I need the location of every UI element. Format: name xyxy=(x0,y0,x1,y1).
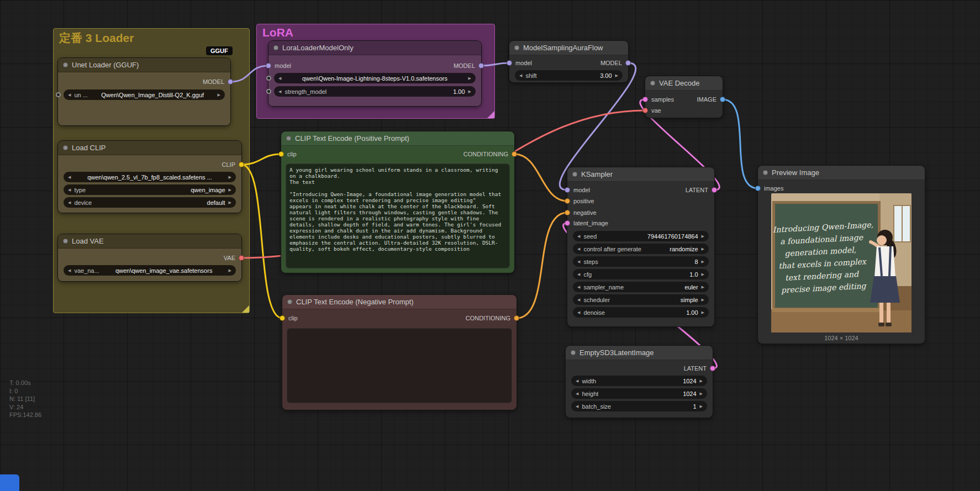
output-port-model[interactable]: MODEL xyxy=(454,62,484,70)
port-dot-clip[interactable] xyxy=(278,151,284,157)
widget-clip-name[interactable]: ◀ qwen\qwen_2.5_vl_7b_fp8_scaled.safeten… xyxy=(64,172,236,182)
widget-input-dot[interactable] xyxy=(266,89,271,94)
collapse-dot-icon[interactable] xyxy=(287,299,292,304)
widget-lora-name[interactable]: ◀ qwen\Qwen-Image-Lightning-8steps-V1.0.… xyxy=(274,73,476,83)
decrease-arrow-icon[interactable]: ◀ xyxy=(68,188,71,192)
widget-steps[interactable]: ◀ steps 8 ▶ xyxy=(573,256,709,267)
node-header[interactable]: EmptySD3LatentImage xyxy=(566,346,713,360)
port-dot-model[interactable] xyxy=(266,63,271,68)
decrease-arrow-icon[interactable]: ◀ xyxy=(577,247,580,251)
collapse-dot-icon[interactable] xyxy=(650,81,655,86)
widget-control-after-generate[interactable]: ◀ control after generate randomize ▶ xyxy=(573,244,709,254)
collapse-dot-icon[interactable] xyxy=(273,45,278,50)
port-dot-latent[interactable] xyxy=(565,220,570,226)
input-port-images[interactable]: images xyxy=(755,184,783,192)
decrease-arrow-icon[interactable]: ◀ xyxy=(519,73,522,78)
decrease-arrow-icon[interactable]: ◀ xyxy=(577,298,580,302)
output-port-clip[interactable]: CLIP xyxy=(222,161,244,168)
port-dot-conditioning[interactable] xyxy=(514,315,519,321)
decrease-arrow-icon[interactable]: ◀ xyxy=(576,404,578,409)
increase-arrow-icon[interactable]: ▶ xyxy=(700,379,703,383)
prompt-textarea[interactable]: A young girl wearing school uniform stan… xyxy=(286,163,510,268)
decrease-arrow-icon[interactable]: ◀ xyxy=(577,310,580,315)
group-resize-handle[interactable] xyxy=(487,111,494,118)
decrease-arrow-icon[interactable]: ◀ xyxy=(577,234,580,239)
node-load-clip[interactable]: Load CLIP CLIP ◀ qwen\qwen_2.5_vl_7b_fp8… xyxy=(58,141,241,213)
node-load-vae[interactable]: Load VAE VAE ◀ vae_na... qwen\qwen_image… xyxy=(58,234,241,281)
node-unet-loader[interactable]: Unet Loader (GGUF) MODEL ◀ un ... Qwen\Q… xyxy=(58,58,230,125)
output-port-conditioning[interactable]: CONDITIONING xyxy=(463,150,517,158)
increase-arrow-icon[interactable]: ▶ xyxy=(218,93,220,97)
widget-sampler-name[interactable]: ◀ sampler_name euler ▶ xyxy=(573,282,709,292)
increase-arrow-icon[interactable]: ▶ xyxy=(468,76,471,81)
node-graph-canvas[interactable]: 定番 3 Loader LoRA GGUF Unet Loader (GGUF)… xyxy=(0,0,980,491)
decrease-arrow-icon[interactable]: ◀ xyxy=(68,200,71,205)
output-port-latent[interactable]: LATENT xyxy=(686,186,717,194)
input-port-negative[interactable]: negative xyxy=(565,209,597,217)
port-dot-vae[interactable] xyxy=(642,108,648,113)
output-port-model[interactable]: MODEL xyxy=(600,59,631,67)
input-port-samples[interactable]: samples xyxy=(642,96,674,103)
widget-device[interactable]: ◀ device default ▶ xyxy=(64,197,236,208)
decrease-arrow-icon[interactable]: ◀ xyxy=(68,175,71,179)
node-clip-text-encode-positive[interactable]: CLIP Text Encode (Positive Prompt) clip … xyxy=(281,131,514,273)
increase-arrow-icon[interactable]: ▶ xyxy=(702,234,704,239)
widget-seed[interactable]: ◀ seed 794461760174864 ▶ xyxy=(573,231,709,241)
widget-input-dot[interactable] xyxy=(56,92,61,97)
collapse-dot-icon[interactable] xyxy=(63,239,68,244)
prompt-textarea[interactable] xyxy=(287,328,512,403)
widget-unet-name[interactable]: ◀ un ... Qwen\Qwen_Image_Distill-Q2_K.gg… xyxy=(64,89,225,100)
decrease-arrow-icon[interactable]: ◀ xyxy=(577,285,580,289)
increase-arrow-icon[interactable]: ▶ xyxy=(229,200,231,205)
node-clip-text-encode-negative[interactable]: CLIP Text Encode (Negative Prompt) clip … xyxy=(282,295,517,410)
output-port-image[interactable]: IMAGE xyxy=(697,96,725,103)
input-port-model[interactable]: model xyxy=(565,186,590,194)
collapse-dot-icon[interactable] xyxy=(514,45,519,50)
increase-arrow-icon[interactable]: ▶ xyxy=(229,188,231,192)
wire-negative-conditioning[interactable] xyxy=(517,213,567,318)
increase-arrow-icon[interactable]: ▶ xyxy=(702,285,704,289)
node-preview-image[interactable]: Preview Image images xyxy=(758,166,925,344)
wire-positive-conditioning[interactable] xyxy=(514,154,567,201)
node-header[interactable]: Load VAE xyxy=(58,234,241,249)
collapse-dot-icon[interactable] xyxy=(571,350,576,355)
port-dot-image[interactable] xyxy=(720,97,725,102)
port-dot-conditioning[interactable] xyxy=(565,210,570,215)
port-dot-vae[interactable] xyxy=(239,255,244,261)
increase-arrow-icon[interactable]: ▶ xyxy=(702,298,704,302)
collapse-dot-icon[interactable] xyxy=(286,136,291,141)
increase-arrow-icon[interactable]: ▶ xyxy=(702,272,704,277)
group-resize-handle[interactable] xyxy=(242,305,249,313)
collapse-dot-icon[interactable] xyxy=(63,145,68,150)
increase-arrow-icon[interactable]: ▶ xyxy=(615,73,618,78)
node-vae-decode[interactable]: VAE Decode samples IMAGE vae xyxy=(645,76,723,118)
node-ksampler[interactable]: KSampler model LATENT positive negative … xyxy=(567,167,714,326)
decrease-arrow-icon[interactable]: ◀ xyxy=(68,93,71,97)
input-port-clip[interactable]: clip xyxy=(280,314,298,322)
collapse-dot-icon[interactable] xyxy=(572,172,577,177)
increase-arrow-icon[interactable]: ▶ xyxy=(468,89,471,94)
widget-width[interactable]: ◀ width 1024 ▶ xyxy=(571,376,707,386)
widget-strength-model[interactable]: ◀ strength_model 1.00 ▶ xyxy=(274,86,476,97)
wire-image-decode-to-preview[interactable] xyxy=(723,99,758,188)
port-dot-model[interactable] xyxy=(478,63,484,68)
increase-arrow-icon[interactable]: ▶ xyxy=(700,392,703,396)
port-dot-model[interactable] xyxy=(507,60,512,66)
port-dot-model[interactable] xyxy=(625,60,631,66)
collapse-dot-icon[interactable] xyxy=(763,170,768,175)
widget-shift[interactable]: ◀ shift 3.00 ▶ xyxy=(515,70,623,81)
port-dot-conditioning[interactable] xyxy=(512,151,517,157)
widget-cfg[interactable]: ◀ cfg 1.0 ▶ xyxy=(573,269,709,279)
node-header[interactable]: VAE Decode xyxy=(645,76,723,91)
output-port-model[interactable]: MODEL xyxy=(203,78,233,86)
node-empty-sd3-latent-image[interactable]: EmptySD3LatentImage LATENT ◀ width 1024 … xyxy=(566,346,713,418)
node-header[interactable]: Unet Loader (GGUF) xyxy=(58,58,230,72)
node-lora-loader[interactable]: LoraLoaderModelOnly model MODEL ◀ qwen\Q… xyxy=(268,41,481,106)
node-header[interactable]: CLIP Text Encode (Positive Prompt) xyxy=(281,131,514,146)
increase-arrow-icon[interactable]: ▶ xyxy=(702,260,704,264)
port-dot-latent[interactable] xyxy=(712,187,717,193)
increase-arrow-icon[interactable]: ▶ xyxy=(702,247,704,251)
input-port-vae[interactable]: vae xyxy=(642,107,661,114)
bottom-left-blue-panel[interactable] xyxy=(0,474,19,491)
input-port-model[interactable]: model xyxy=(266,62,291,70)
